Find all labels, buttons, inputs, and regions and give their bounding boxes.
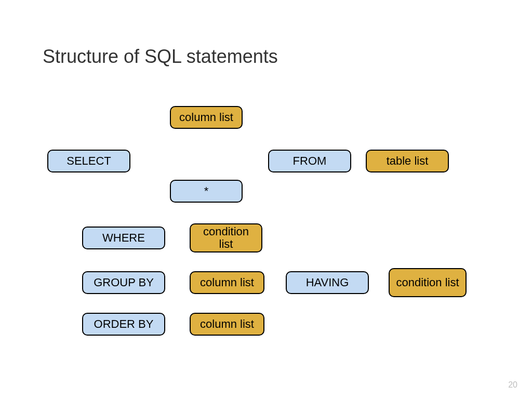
box-group-by: GROUP BY	[82, 271, 165, 294]
box-order-by: ORDER BY	[82, 313, 165, 336]
box-table-list: table list	[366, 150, 449, 172]
box-column-list-group: column list	[190, 271, 264, 294]
page-number: 20	[508, 380, 517, 390]
box-where: WHERE	[82, 227, 165, 249]
box-column-list-top: column list	[170, 106, 243, 129]
box-select: SELECT	[47, 150, 130, 172]
slide-title: Structure of SQL statements	[43, 46, 278, 68]
box-condition-list-where: condition list	[190, 223, 262, 252]
box-condition-list-having: condition list	[389, 268, 467, 297]
box-star: *	[170, 180, 243, 203]
box-having: HAVING	[286, 271, 369, 294]
box-column-list-order: column list	[190, 313, 264, 336]
box-from: FROM	[268, 150, 351, 172]
